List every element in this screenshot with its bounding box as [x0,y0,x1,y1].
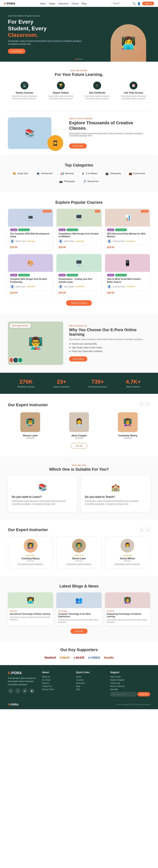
expert2-next-button[interactable]: › [146,528,150,532]
course-card-5[interactable]: 📱 Design Development How to Write Great … [105,254,150,296]
course-price-5: $29.99 [107,291,114,294]
footer-link-contact[interactable]: Contact Us [42,685,70,687]
hero-dot-3[interactable] [79,59,81,60]
youtube-icon[interactable]: ▶ [29,688,35,694]
footer-link-privacy[interactable]: Privacy Policy [42,688,70,690]
instructor-name-2: Courtney Henry [105,434,150,437]
newsletter-email-input[interactable] [110,692,137,696]
footer-quicklinks-col: About About Us Our Team Careers Contact … [42,671,70,696]
footer-link-faq[interactable]: FAQ [76,688,104,690]
footer-link-courses[interactable]: Courses [76,679,104,681]
footer-link-home[interactable]: Home [76,676,104,678]
signup-button[interactable]: Sign Up [142,2,154,5]
instructor-nav: ‹ › [139,402,150,406]
search-input[interactable] [111,2,131,5]
feature-online-courses: 🖥️ Online Courses Dramatically supply tr… [8,79,41,103]
cat-marketing[interactable]: 📢 Marketing [57,170,77,177]
footer-link-help[interactable]: Help Center [110,676,150,678]
feature-desc-3: Dramatically supply transparent delivera… [119,95,148,100]
hero-dot-2[interactable] [77,59,79,60]
which-grid: 📚 Do you want to Learn? Dramatically sup… [8,475,150,512]
footer-link-community[interactable]: Community [110,682,150,684]
course-tag-dev-0: Development [18,228,30,231]
view-all-courses-button[interactable]: View All Courses [66,300,92,306]
newsletter-subscribe-button[interactable]: Subscribe [137,692,150,696]
blog-cat-1: Technology [58,610,100,612]
blogs-view-all-button[interactable]: View All [71,629,87,634]
features-tag: Why We Offer [8,69,150,71]
expert2-name-1: Devon Lane [59,557,99,560]
cat-it[interactable]: 🖥 IT & Software [79,170,100,177]
blog-card-2[interactable]: 👩‍🏫 Academic Engineering Technology & Ac… [105,592,150,625]
course-card-3[interactable]: 🎨 Design Development Complete Web Design… [8,254,53,296]
cat-video[interactable]: 🎬 Videography [102,170,124,177]
course-card-4[interactable]: 🖥️ Design Development Dreamweaver - Codi… [56,254,102,296]
course-card-0[interactable]: 💻 Bestseller Design Development The Comp… [8,209,53,251]
about-main-image: 📚 [8,117,51,149]
course-inst-name-2: Courtney Henry [112,240,125,242]
cat-design[interactable]: 🎨 Design Deve [10,170,31,177]
linkedin-icon[interactable]: in [22,688,28,694]
user-icon[interactable]: 👤 [137,2,141,5]
cat-business-icon: 💼 [129,172,132,175]
hero-dot-1[interactable] [75,59,77,60]
footer-link-blog[interactable]: Blog [76,685,104,687]
why-list-item-2: ✔ Prove Your Career After Certificate [69,350,150,352]
instructor-next-button[interactable]: › [146,402,150,406]
footer-bottom-logo: E·PORA [8,703,19,706]
cat-development[interactable]: 💻 Development [33,170,55,177]
instructors-section: Our Expert Instructor ‹ › 👨‍🏫 Devon Lane… [0,394,158,457]
footer-link-terms[interactable]: Terms of Service [110,685,150,687]
stat-courses: 735+ Professional Courses [88,379,107,388]
which-teach-icon: 🏫 [85,479,146,495]
which-card-learn[interactable]: 📚 Do you want to Learn? Dramatically sup… [8,475,77,512]
expert2-prev-button[interactable]: ‹ [139,528,144,532]
course-card-1[interactable]: 🖥️ New Design Development Completions We… [56,209,102,251]
cat-music[interactable]: 🎵 Musical Intro [80,179,102,184]
about-enroll-button[interactable]: Enroll Now [69,144,87,149]
footer-link-careers[interactable]: Careers [42,682,70,684]
blog-card-0[interactable]: 👩‍💻 Education Educational Technology & M… [8,592,53,625]
feature-desc-2: Dramatically supply transparent delivera… [83,95,112,100]
footer-link-team[interactable]: Our Team [42,679,70,681]
facebook-icon[interactable]: f [8,688,14,694]
cat-photo[interactable]: 📷 Photography [56,179,78,184]
feature-title-0: Online Courses [10,91,39,94]
instructor-photo-2: 👩‍🏫 [118,412,138,432]
cat-music-icon: 🎵 [83,180,86,183]
course-inst-avatar-0: 👤 [10,239,15,243]
instructor-prev-button[interactable]: ‹ [139,402,144,406]
blogs-title: Latest Blogs & News [8,584,150,588]
blog-card-1[interactable]: 👥 Technology Computer Technology & Fair … [56,592,102,625]
hero-dot-4[interactable] [81,59,83,60]
nav-link-blog[interactable]: Blog [82,2,86,5]
course-thumb-3: 🎨 [8,254,53,272]
search-icon[interactable]: 🔍 [132,2,136,5]
footer-link-student-support[interactable]: Student Support [110,679,150,681]
footer-link-about-us[interactable]: About Us [42,676,70,678]
twitter-icon[interactable]: t [15,688,21,694]
course-card-2[interactable]: 📊 Popular Design Development SEO Structu… [105,209,150,251]
hero-title: For Every Student, Every Classroom. [8,19,87,38]
which-card-teach[interactable]: 🏫 Do you want to Teach? Dramatically sup… [81,475,150,512]
expert2-desc-0: Dramatically supply transparent. [10,563,51,566]
stat-students: 276K Worldwide Students [17,379,35,388]
why-learn-more-button[interactable]: Learn More [69,356,87,362]
hero-cta-button[interactable]: Enroll Now [8,49,25,54]
footer-bottom: E·PORA E-Pora Copyright 2022 All Rights … [8,700,150,706]
footer-copyright: E-Pora Copyright 2022 All Rights Reserve… [116,704,150,706]
blog-cat-0: Education [10,610,51,612]
nav-link-instructors[interactable]: Instructors [58,2,69,5]
course-stars-1: ★★★★★ [75,240,84,242]
footer-link-instructors[interactable]: Instructors [76,682,104,684]
instructors-see-all-button[interactable]: See All [71,443,87,448]
footer-link-sitemap[interactable]: Site Map [110,688,150,690]
nav-link-home[interactable]: Home [40,2,46,5]
nav-link-course[interactable]: Course [72,2,79,5]
which-learn-desc: Dramatically supply transparent delivera… [12,500,73,505]
why-tag: Why Choose Us [69,325,150,327]
nav-link-pages[interactable]: Pages [49,2,55,5]
course-title-2: SEO Structured Data Markup for Web Maste… [107,232,148,238]
stat-label-experience: Happy Experience [54,386,70,388]
cat-business[interactable]: 💼 Business Bus [126,170,148,177]
